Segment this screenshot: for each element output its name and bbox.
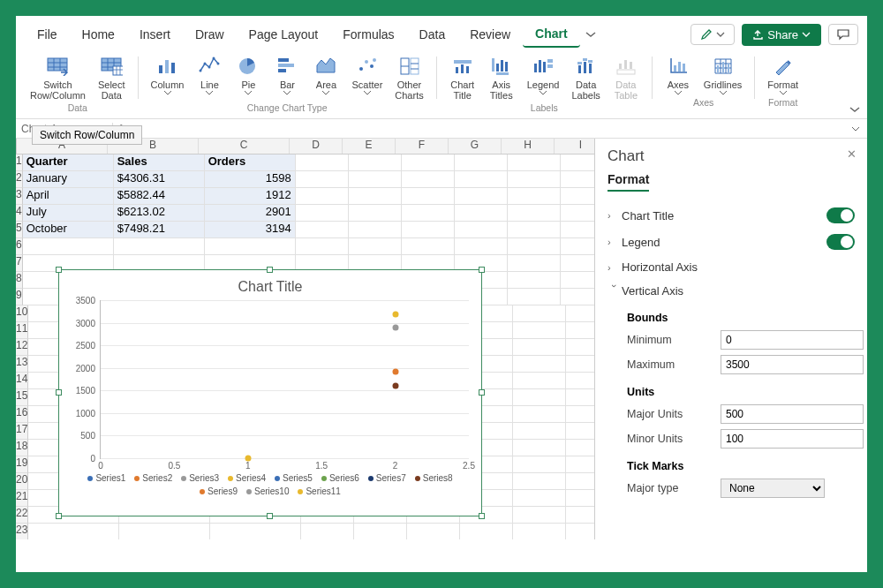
cell[interactable] xyxy=(114,238,205,255)
cell[interactable] xyxy=(513,423,566,440)
row-header[interactable]: 18 xyxy=(16,440,28,456)
cell[interactable] xyxy=(119,524,210,539)
cell[interactable] xyxy=(301,524,354,539)
cell[interactable] xyxy=(566,507,595,524)
menu-formulas[interactable]: Formulas xyxy=(330,22,406,47)
row-header[interactable]: 12 xyxy=(16,339,28,356)
pane-item-chart-title[interactable]: ›Chart Title xyxy=(608,202,855,229)
other-charts-button[interactable]: Other Charts xyxy=(389,53,428,101)
resize-handle[interactable] xyxy=(56,513,62,519)
row-header[interactable]: 11 xyxy=(16,322,28,339)
row-header[interactable]: 6 xyxy=(16,238,23,255)
editing-mode-button[interactable] xyxy=(691,24,735,45)
line-chart-button[interactable]: Line xyxy=(191,53,228,101)
column-chart-button[interactable]: Column xyxy=(146,53,190,101)
cell[interactable]: July xyxy=(23,205,114,222)
row-header[interactable]: 8 xyxy=(16,272,23,289)
resize-handle[interactable] xyxy=(479,267,485,273)
cell[interactable] xyxy=(513,507,566,524)
switch-row-column-button[interactable]: Switch Row/Column xyxy=(25,53,91,101)
comments-button[interactable] xyxy=(828,24,858,45)
legend-item[interactable]: Series7 xyxy=(368,473,406,483)
cell[interactable] xyxy=(402,188,455,205)
legend-item[interactable]: Series11 xyxy=(298,486,340,496)
formula-expand[interactable] xyxy=(851,124,860,133)
legend-item[interactable]: Series8 xyxy=(415,473,453,483)
row-header[interactable]: 17 xyxy=(16,423,28,440)
row-header[interactable]: 9 xyxy=(16,289,23,305)
row-header[interactable]: 7 xyxy=(16,255,23,272)
cell[interactable] xyxy=(455,188,508,205)
cell[interactable] xyxy=(566,473,595,490)
data-point[interactable] xyxy=(392,369,398,375)
cell[interactable] xyxy=(508,289,561,305)
pane-item-vertical-axis[interactable]: ›Vertical Axis xyxy=(608,279,855,303)
cell[interactable] xyxy=(513,305,566,322)
cell[interactable] xyxy=(508,272,561,289)
formula-bar[interactable]: fx xyxy=(113,123,867,135)
resize-handle[interactable] xyxy=(479,389,485,396)
legend-item[interactable]: Series3 xyxy=(181,473,219,483)
menu-review[interactable]: Review xyxy=(457,22,523,47)
cell[interactable] xyxy=(561,222,595,238)
cell[interactable]: 3194 xyxy=(205,222,296,238)
column-header[interactable]: D xyxy=(290,139,343,154)
cell[interactable] xyxy=(407,524,460,539)
legend-item[interactable]: Series6 xyxy=(321,473,359,483)
cell[interactable] xyxy=(354,524,407,539)
chart-object[interactable]: Chart Title 0500100015002000250030003500… xyxy=(58,269,482,516)
share-button[interactable]: Share xyxy=(742,24,821,46)
bar-chart-button[interactable]: Bar xyxy=(268,53,306,101)
column-header[interactable]: G xyxy=(449,139,502,154)
maximum-input[interactable] xyxy=(721,355,864,374)
data-point[interactable] xyxy=(245,456,251,462)
cell[interactable]: $6213.02 xyxy=(114,205,205,222)
menu-page-layout[interactable]: Page Layout xyxy=(237,22,331,47)
cell[interactable] xyxy=(513,339,566,356)
cell[interactable] xyxy=(508,188,561,205)
pane-close-button[interactable]: ✕ xyxy=(847,147,857,161)
cell[interactable] xyxy=(210,524,301,539)
legend-item[interactable]: Series5 xyxy=(275,473,313,483)
cell[interactable] xyxy=(349,155,402,171)
menu-home[interactable]: Home xyxy=(70,22,127,47)
row-header[interactable]: 4 xyxy=(16,205,23,222)
column-header[interactable]: I xyxy=(555,139,595,154)
cell[interactable] xyxy=(508,222,561,238)
data-point[interactable] xyxy=(392,311,398,317)
cell[interactable] xyxy=(296,238,349,255)
gridlines-button[interactable]: Gridlines xyxy=(698,53,747,95)
cell[interactable] xyxy=(296,205,349,222)
cell[interactable] xyxy=(205,238,296,255)
cell[interactable] xyxy=(561,255,595,272)
cell[interactable] xyxy=(513,406,566,423)
scatter-chart-button[interactable]: Scatter xyxy=(346,53,388,101)
cell[interactable] xyxy=(349,171,402,188)
row-header[interactable]: 5 xyxy=(16,222,23,238)
legend-item[interactable]: Series10 xyxy=(246,486,289,496)
cell[interactable] xyxy=(460,524,513,539)
row-header[interactable]: 22 xyxy=(16,507,28,524)
legend-item[interactable]: Series9 xyxy=(200,486,238,496)
chart-title[interactable]: Chart Title xyxy=(59,270,481,300)
cell[interactable]: October xyxy=(23,222,114,238)
cell[interactable]: $5882.44 xyxy=(114,188,205,205)
cell[interactable]: $4306.31 xyxy=(114,171,205,188)
toggle-chart-title[interactable] xyxy=(826,207,855,223)
menu-data[interactable]: Data xyxy=(407,22,458,47)
pane-item-legend[interactable]: ›Legend xyxy=(608,229,855,255)
cell[interactable] xyxy=(455,222,508,238)
column-header[interactable]: C xyxy=(199,139,290,154)
pie-chart-button[interactable]: Pie xyxy=(230,53,267,101)
row-header[interactable]: 15 xyxy=(16,389,28,406)
major-type-select[interactable]: None xyxy=(721,479,825,498)
minor-units-input[interactable] xyxy=(721,429,864,449)
cell[interactable] xyxy=(566,524,595,539)
row-header[interactable]: 1 xyxy=(16,155,23,171)
cell[interactable]: 1598 xyxy=(205,171,296,188)
cell[interactable] xyxy=(566,389,595,406)
cell[interactable] xyxy=(566,356,595,373)
cell[interactable] xyxy=(513,440,566,456)
cell[interactable] xyxy=(349,188,402,205)
data-point[interactable] xyxy=(392,324,398,330)
